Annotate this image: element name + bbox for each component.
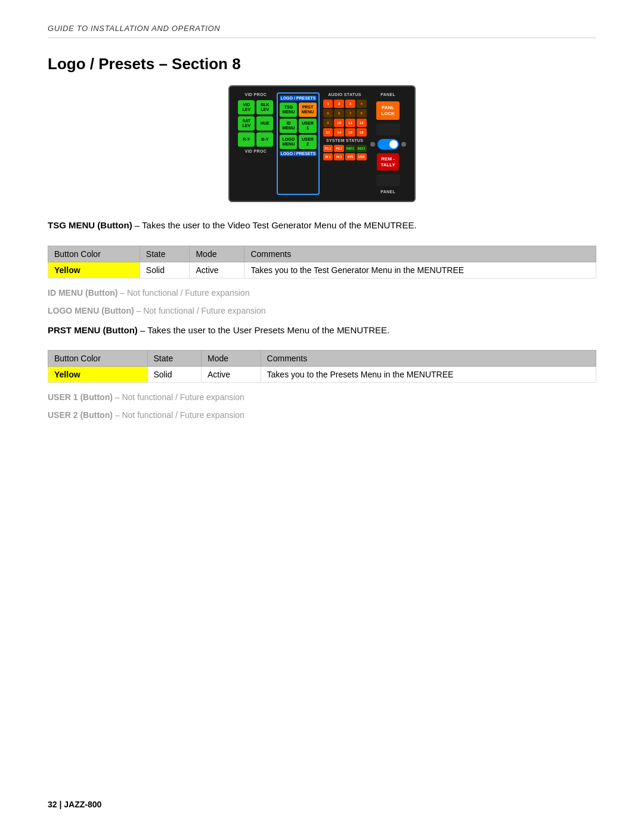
tsg-table-row: Yellow Solid Active Takes you to the Tes…	[48, 262, 596, 278]
prst-menu-table: Button Color State Mode Comments Yellow …	[48, 350, 596, 383]
audio-status-section: AUDIO STATUS 1 2 3 4 5 6 7 8 9 10 11 12 …	[323, 92, 367, 195]
ps2-btn[interactable]: PS.2	[334, 145, 344, 152]
tsg-col-color: Button Color	[48, 246, 140, 262]
prst-table-row: Yellow Solid Active Takes you to the Pre…	[48, 367, 596, 383]
id-menu-text: ID MENU (Button) – Not functional / Futu…	[48, 288, 596, 298]
logo-presets-section: LOGO / PRESETS TSGMENU PRSTMENU IDMENU U…	[277, 92, 319, 195]
logo-menu-heading: LOGO MENU (Button)	[48, 306, 134, 315]
section-title: Logo / Presets – Section 8	[48, 55, 596, 73]
tsg-color-cell: Yellow	[48, 262, 140, 278]
user2-btn[interactable]: USER2	[299, 135, 316, 149]
vid-lev-btn[interactable]: VIDLEV	[238, 100, 255, 114]
prst-col-comments: Comments	[261, 351, 596, 367]
ps1-btn[interactable]: PS.1	[323, 145, 333, 152]
tsg-menu-suffix: – Takes the user to the Video Test Gener…	[132, 220, 417, 230]
audio-btn-12[interactable]: 12	[357, 119, 367, 127]
audio-btn-16[interactable]: 16	[357, 128, 367, 137]
tsg-col-state: State	[140, 246, 190, 262]
sys-btn[interactable]: SYS	[345, 153, 355, 160]
audio-btn-8[interactable]: 8	[357, 109, 367, 117]
toggle-knob	[389, 140, 398, 148]
led-circle	[370, 142, 375, 147]
user1-text: USER 1 (Button) – Not functional / Futur…	[48, 392, 596, 402]
prst-table-header-row: Button Color State Mode Comments	[48, 351, 596, 367]
logo-menu-suffix: – Not functional / Future expansion	[134, 306, 266, 315]
audio-btn-3[interactable]: 3	[345, 100, 355, 108]
sat-lev-btn[interactable]: SATLEV	[238, 116, 255, 131]
logo-presets-bottom-label: LOGO / PRESETS	[280, 151, 316, 156]
audio-btn-1[interactable]: 1	[323, 100, 333, 108]
user1-heading: USER 1 (Button)	[48, 392, 113, 402]
prst-mode-cell: Active	[201, 367, 261, 383]
vid-proc-bottom-label: VID PROC	[238, 149, 273, 153]
audio-btn-15[interactable]: 15	[345, 128, 355, 137]
audio-btn-10[interactable]: 10	[334, 119, 344, 127]
tsg-menu-description: TSG MENU (Button) – Takes the user to th…	[48, 219, 596, 233]
tsg-menu-table: Button Color State Mode Comments Yellow …	[48, 246, 596, 278]
tsg-col-comments: Comments	[244, 246, 596, 262]
panel-black-btn	[376, 123, 400, 135]
panel-bottom-label: PANEL	[380, 190, 395, 194]
user2-suffix: – Not functional / Future expansion	[113, 410, 244, 420]
panel-right-section: PANEL PANLLOCK REM -TALLY PANEL	[370, 92, 406, 195]
tsg-menu-btn[interactable]: TSGMENU	[280, 103, 297, 117]
in2-btn[interactable]: IN 2	[334, 153, 344, 160]
page-footer: 32 | JAZZ-800	[48, 800, 101, 809]
logo-menu-text: LOGO MENU (Button) – Not functional / Fu…	[48, 306, 596, 315]
vid-proc-label: VID PROC	[238, 92, 273, 97]
audio-btn-13[interactable]: 13	[323, 128, 333, 137]
id-menu-suffix: – Not functional / Future expansion	[117, 288, 249, 298]
user2-text: USER 2 (Button) – Not functional / Futur…	[48, 410, 596, 420]
vid-proc-section: VID PROC VIDLEV BLKLEV SATLEV HUE R-Y B-…	[238, 92, 273, 195]
ref1-btn[interactable]: REF1	[345, 145, 355, 152]
user2-heading: USER 2 (Button)	[48, 410, 113, 420]
prst-comments-cell: Takes you to the Presets Menu in the MEN…	[261, 367, 596, 383]
prst-col-color: Button Color	[48, 351, 148, 367]
page-header: GUIDE TO INSTALLATION AND OPERATION	[48, 24, 596, 38]
prst-menu-suffix: – Takes the user to the User Presets Men…	[138, 325, 389, 335]
audio-btn-6[interactable]: 6	[334, 109, 344, 117]
prst-menu-description: PRST MENU (Button) – Takes the user to t…	[48, 324, 596, 337]
audio-btn-2[interactable]: 2	[334, 100, 344, 108]
tsg-menu-heading: TSG MENU (Button)	[48, 220, 132, 230]
prst-col-mode: Mode	[201, 351, 261, 367]
logo-presets-top-label: LOGO / PRESETS	[280, 95, 316, 101]
led-indicator	[370, 139, 406, 150]
panl-lock-btn[interactable]: PANLLOCK	[376, 101, 400, 120]
toggle-switch[interactable]	[377, 139, 399, 150]
audio-btn-7[interactable]: 7	[345, 109, 355, 117]
user1-suffix: – Not functional / Future expansion	[113, 392, 244, 402]
prst-col-state: State	[147, 351, 201, 367]
usb-btn[interactable]: USB	[357, 153, 367, 160]
hue-btn[interactable]: HUE	[256, 116, 273, 131]
prst-menu-heading: PRST MENU (Button)	[48, 325, 138, 335]
audio-btn-9[interactable]: 9	[323, 119, 333, 127]
id-menu-heading: ID MENU (Button)	[48, 288, 117, 298]
audio-btn-11[interactable]: 11	[345, 119, 355, 127]
tsg-comments-cell: Takes you to the Test Generator Menu in …	[244, 262, 596, 278]
r-y-btn[interactable]: R-Y	[238, 132, 255, 147]
blk-lev-btn[interactable]: BLKLEV	[256, 100, 273, 114]
system-status-label: SYSTEM STATUS	[323, 138, 367, 143]
audio-btn-14[interactable]: 14	[334, 128, 344, 137]
in1-btn[interactable]: IN 1	[323, 153, 333, 160]
tsg-col-mode: Mode	[190, 246, 244, 262]
system-status: SYSTEM STATUS PS.1 PS.2 REF1 REF2 IN 1 I…	[323, 138, 367, 160]
logo-menu-btn[interactable]: LOGOMENU	[280, 135, 297, 149]
user1-btn[interactable]: USER1	[299, 119, 316, 133]
ref2-btn[interactable]: REF2	[357, 145, 367, 152]
panel-black-btn-2	[376, 174, 400, 186]
audio-btn-4[interactable]: 4	[357, 100, 367, 108]
prst-state-cell: Solid	[147, 367, 201, 383]
led-circle-2	[401, 142, 406, 147]
audio-btn-5[interactable]: 5	[323, 109, 333, 117]
prst-menu-btn[interactable]: PRSTMENU	[299, 103, 316, 117]
rem-tally-btn[interactable]: REM -TALLY	[377, 153, 398, 171]
tsg-state-cell: Solid	[140, 262, 190, 278]
prst-color-cell: Yellow	[48, 367, 148, 383]
id-menu-btn[interactable]: IDMENU	[280, 119, 297, 133]
panel-image: VID PROC VIDLEV BLKLEV SATLEV HUE R-Y B-…	[48, 85, 596, 202]
audio-status-label: AUDIO STATUS	[323, 92, 367, 97]
tsg-mode-cell: Active	[190, 262, 244, 278]
b-y-btn[interactable]: B-Y	[256, 132, 273, 147]
